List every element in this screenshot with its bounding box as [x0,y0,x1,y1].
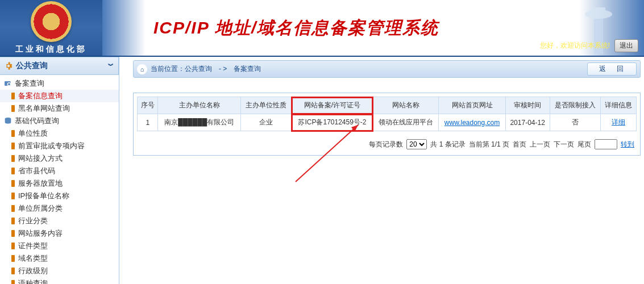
table-header: 网站名称 [373,97,439,114]
table-cell: www.leadong.com [439,114,506,131]
table-header: 详细信息 [600,97,636,114]
bullet-icon [11,243,15,249]
welcome-text: 您好，欢迎访问本系统! [540,41,610,51]
main-content: ⌂ 当前位置：公共查询 - > 备案查询 返 回 序号主办单位名称主办单位性质网… [119,57,644,284]
sidebar-item[interactable]: 证件类型 [0,240,119,252]
sidebar-item[interactable]: 域名类型 [0,252,119,265]
site-url-link[interactable]: www.leadong.com [444,119,500,127]
detail-link[interactable]: 详细 [612,118,625,126]
bullet-icon [11,230,15,237]
prev-page-link[interactable]: 上一页 [530,140,550,149]
bullet-icon [11,155,15,162]
table-cell: 南京██████有限公司 [158,114,241,131]
table-header: 主办单位名称 [158,97,241,114]
sidebar-item[interactable]: 单位性质 [0,127,119,140]
per-page-label: 每页记录数 [369,140,403,149]
home-icon[interactable]: ⌂ [137,64,147,74]
logout-button[interactable]: 退出 [614,39,638,52]
current-page: 当前第 1/1 页 [469,140,509,149]
bullet-icon [11,168,15,174]
group-label: 备案查询 [15,78,44,89]
app-header: 工业和信息化部 ICP/IP 地址/域名信息备案管理系统 您好，欢迎访问本系统!… [0,0,644,57]
emblem-block: 工业和信息化部 [0,1,102,55]
breadcrumb-bar: ⌂ 当前位置：公共查询 - > 备案查询 返 回 [133,60,641,78]
bullet-icon [11,205,15,212]
sidebar-header[interactable]: 公共查询 ︾ [0,57,119,75]
per-page-select[interactable]: 20 [406,139,427,149]
sidebar-item[interactable]: 网站服务内容 [0,227,119,240]
table-cell: 详细 [600,114,636,131]
org-name: 工业和信息化部 [15,44,87,55]
sidebar-item[interactable]: 前置审批或专项内容 [0,140,119,152]
header-right: 您好，欢迎访问本系统! 退出 [540,39,638,52]
bullet-icon [11,143,15,149]
sidebar-item[interactable]: 服务器放置地 [0,177,119,190]
table-cell: 企业 [241,114,292,131]
goto-page-link[interactable]: 转到 [621,140,634,149]
chevron-down-icon: ︾ [108,62,114,70]
sidebar-item[interactable]: IP报备单位名称 [0,190,119,202]
results-panel: 序号主办单位名称主办单位性质网站备案/许可证号网站名称网站首页网址审核时间是否限… [133,93,641,156]
table-header: 网站首页网址 [439,97,506,114]
sidebar-tree: 备案查询 备案信息查询 黑名单网站查询 基础代码查询 单位性质前置审批或专项内容… [0,75,119,284]
table-header: 审核时间 [505,97,550,114]
results-table: 序号主办单位名称主办单位性质网站备案/许可证号网站名称网站首页网址审核时间是否限… [137,97,637,131]
sidebar-title: 公共查询 [16,61,48,71]
next-page-link[interactable]: 下一页 [554,140,574,149]
table-header: 序号 [138,97,158,114]
bullet-icon [11,180,15,187]
bullet-icon [11,93,15,99]
sidebar-item-blacklist[interactable]: 黑名单网站查询 [0,102,119,115]
bullet-icon [11,105,15,112]
pagination: 每页记录数 20 共 1 条记录 当前第 1/1 页 首页 上一页 下一页 尾页… [137,137,637,152]
table-header: 是否限制接入 [550,97,600,114]
bullet-icon [11,280,15,284]
table-header: 主办单位性质 [241,97,292,114]
table-cell: 否 [550,114,600,131]
svg-rect-2 [592,7,605,12]
first-page-link[interactable]: 首页 [513,140,526,149]
table-cell: 苏ICP备17012459号-2 [292,114,373,131]
sidebar-item[interactable]: 语种查询 [0,277,119,284]
database-icon [3,116,13,126]
sidebar-item[interactable]: 省市县代码 [0,165,119,177]
table-cell: 领动在线应用平台 [373,114,439,131]
sidebar-group-filing[interactable]: 备案查询 [0,77,119,90]
sidebar: 公共查询 ︾ 备案查询 备案信息查询 黑名单网站查询 基础代码查询 单位性质前置… [0,57,119,284]
bullet-icon [11,255,15,262]
table-cell: 1 [138,114,158,131]
sidebar-item[interactable]: 行政级别 [0,265,119,277]
sidebar-item[interactable]: 单位所属分类 [0,202,119,215]
bullet-icon [11,193,15,199]
national-emblem-icon [31,1,72,42]
sidebar-group-basecode[interactable]: 基础代码查询 [0,115,119,127]
goto-page-input[interactable] [595,139,617,149]
table-header: 网站备案/许可证号 [292,97,373,114]
back-button[interactable]: 返 回 [587,62,637,76]
search-folder-icon [3,79,13,88]
sidebar-item[interactable]: 行业分类 [0,215,119,227]
sidebar-item-filing-info[interactable]: 备案信息查询 [0,90,119,102]
bullet-icon [11,130,15,137]
app-title: ICP/IP 地址/域名信息备案管理系统 [153,16,644,40]
bullet-icon [11,218,15,224]
breadcrumb: 当前位置：公共查询 - > 备案查询 [151,64,584,74]
gear-icon [5,62,13,70]
last-page-link[interactable]: 尾页 [577,140,591,149]
table-cell: 2017-04-12 [505,114,550,131]
total-records: 共 1 条记录 [430,140,465,149]
sidebar-item[interactable]: 网站接入方式 [0,152,119,165]
table-row: 1南京██████有限公司企业苏ICP备17012459号-2领动在线应用平台w… [138,114,637,131]
bullet-icon [11,268,15,274]
group-label: 基础代码查询 [15,116,59,126]
